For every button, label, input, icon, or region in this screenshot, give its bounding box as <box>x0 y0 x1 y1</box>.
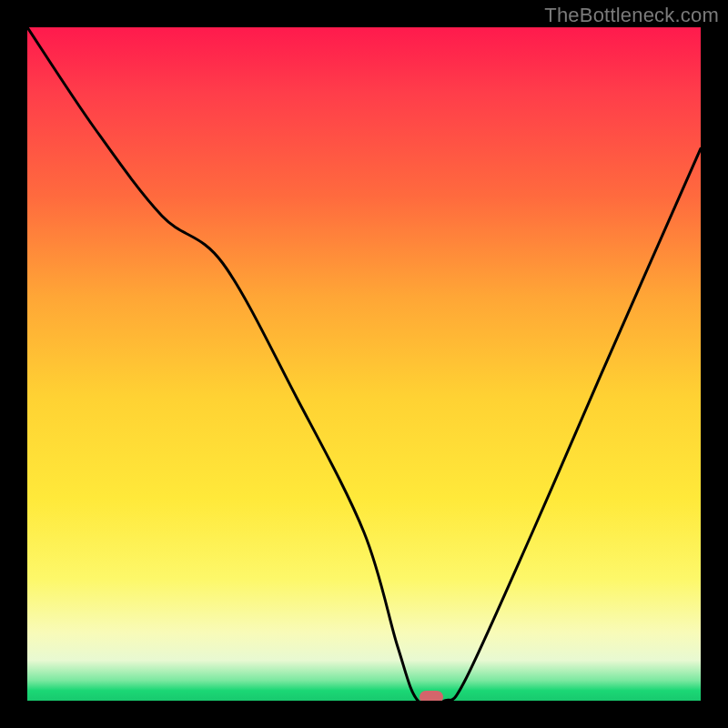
optimal-point-marker <box>420 691 443 701</box>
chart-frame: TheBottleneck.com <box>0 0 728 728</box>
plot-area <box>27 27 701 701</box>
watermark-text: TheBottleneck.com <box>544 4 719 27</box>
bottleneck-curve <box>27 27 701 701</box>
